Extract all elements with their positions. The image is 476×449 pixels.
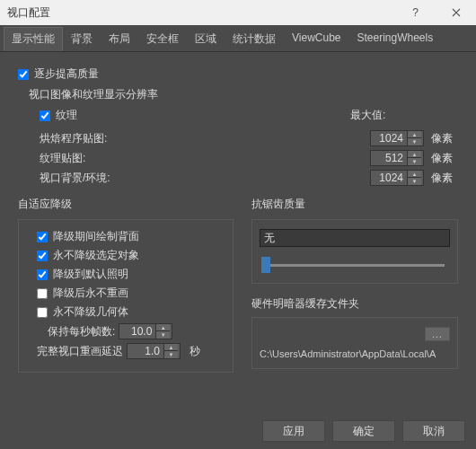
fps-label: 保持每秒帧数: bbox=[48, 324, 115, 339]
tab-1[interactable]: 背景 bbox=[63, 27, 101, 51]
spinner-up-icon[interactable]: ▲ bbox=[407, 151, 421, 158]
close-icon bbox=[452, 8, 461, 17]
browse-button[interactable]: ... bbox=[425, 327, 450, 341]
spinner-up-icon[interactable]: ▲ bbox=[155, 324, 170, 331]
aa-dropdown[interactable]: 无 bbox=[260, 229, 450, 247]
progressive-checkbox[interactable]: 逐步提高质量 bbox=[18, 66, 458, 82]
tab-4[interactable]: 区域 bbox=[187, 27, 225, 51]
tab-bar: 显示性能背景布局安全框区域统计数据ViewCubeSteeringWheels bbox=[0, 25, 476, 52]
spinner-down-icon[interactable]: ▼ bbox=[155, 331, 170, 339]
titlebar: 视口配置 ? bbox=[0, 0, 476, 25]
redraw-unit: 秒 bbox=[190, 344, 200, 359]
value-spinner-2[interactable]: ▲▼ bbox=[370, 170, 424, 186]
unit-label: 像素 bbox=[431, 131, 458, 146]
help-button[interactable]: ? bbox=[395, 0, 436, 25]
spinner-down-icon[interactable]: ▼ bbox=[407, 158, 421, 165]
adaptive-item-3[interactable]: 降级后永不重画 bbox=[37, 286, 225, 301]
close-button[interactable] bbox=[436, 0, 476, 25]
redraw-label: 完整视口重画延迟 bbox=[37, 344, 123, 359]
tab-5[interactable]: 统计数据 bbox=[225, 27, 284, 51]
spinner-down-icon[interactable]: ▼ bbox=[163, 351, 178, 358]
cache-group: ... C:\Users\Administrator\AppData\Local… bbox=[251, 317, 458, 369]
row-label: 视口背景/环境: bbox=[40, 171, 370, 186]
aa-slider[interactable] bbox=[260, 256, 450, 274]
spinner-up-icon[interactable]: ▲ bbox=[163, 344, 178, 351]
value-spinner-1[interactable]: ▲▼ bbox=[370, 150, 424, 166]
max-value-label: 最大值: bbox=[350, 108, 458, 127]
resolution-label: 视口图像和纹理显示分辨率 bbox=[29, 87, 458, 102]
value-spinner-0[interactable]: ▲▼ bbox=[370, 130, 424, 146]
spinner-down-icon[interactable]: ▼ bbox=[407, 138, 421, 145]
tab-2[interactable]: 布局 bbox=[101, 27, 138, 51]
fps-spinner[interactable]: ▲▼ bbox=[119, 323, 172, 339]
adaptive-title: 自适应降级 bbox=[18, 197, 234, 212]
cancel-button[interactable]: 取消 bbox=[402, 420, 465, 442]
tab-7[interactable]: SteeringWheels bbox=[348, 27, 441, 51]
unit-label: 像素 bbox=[431, 171, 458, 186]
window-title: 视口配置 bbox=[7, 5, 50, 21]
unit-label: 像素 bbox=[431, 151, 458, 166]
adaptive-group: 降级期间绘制背面永不降级选定对象降级到默认照明降级后永不重画永不降级几何体 保持… bbox=[18, 219, 234, 373]
adaptive-item-1[interactable]: 永不降级选定对象 bbox=[37, 248, 225, 263]
row-label: 烘焙程序贴图: bbox=[40, 131, 370, 146]
redraw-spinner[interactable]: ▲▼ bbox=[127, 343, 181, 359]
adaptive-item-0[interactable]: 降级期间绘制背面 bbox=[37, 229, 225, 244]
tab-0[interactable]: 显示性能 bbox=[4, 27, 63, 51]
tab-3[interactable]: 安全框 bbox=[138, 27, 187, 51]
adaptive-item-4[interactable]: 永不降级几何体 bbox=[37, 304, 225, 320]
ok-button[interactable]: 确定 bbox=[332, 420, 395, 442]
cache-path: C:\Users\Administrator\AppData\Local\A bbox=[260, 348, 450, 359]
row-label: 纹理贴图: bbox=[40, 151, 370, 166]
cache-title: 硬件明暗器缓存文件夹 bbox=[251, 296, 458, 312]
texture-checkbox[interactable]: 纹理 bbox=[40, 108, 77, 123]
adaptive-item-2[interactable]: 降级到默认照明 bbox=[37, 267, 225, 282]
spinner-up-icon[interactable]: ▲ bbox=[407, 171, 421, 178]
spinner-up-icon[interactable]: ▲ bbox=[407, 131, 421, 138]
spinner-down-icon[interactable]: ▼ bbox=[407, 178, 421, 185]
apply-button[interactable]: 应用 bbox=[262, 420, 325, 442]
aa-group: 无 bbox=[251, 219, 458, 284]
aa-title: 抗锯齿质量 bbox=[251, 197, 458, 212]
tab-6[interactable]: ViewCube bbox=[284, 27, 348, 51]
